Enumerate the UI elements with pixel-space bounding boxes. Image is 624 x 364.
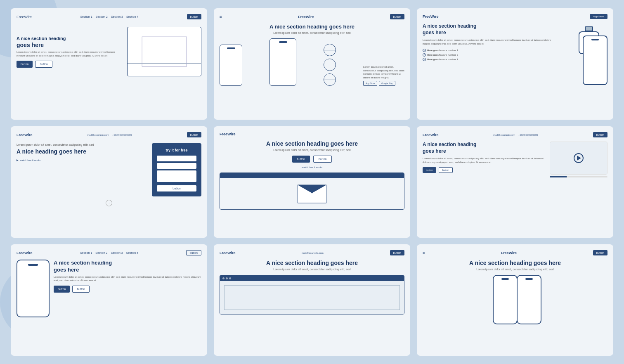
card9-phone-back-notch <box>501 278 509 280</box>
card1-hero-text: A nice section heading goes here Lorem i… <box>17 35 123 68</box>
card9-nav-button[interactable]: button <box>593 250 607 255</box>
card8-dot-3 <box>229 277 231 279</box>
card5-subtitle: Lorem ipsum dolor sit amet, consectetur … <box>220 149 404 151</box>
card1-navbar: FreeWire Section 1 Section 2 Section 3 S… <box>17 14 201 19</box>
card4-form-select[interactable] <box>157 163 196 169</box>
card7-body: Lorem ipsum dolor sit amet, consectetur … <box>54 275 201 282</box>
card8-heading: A nice section heading goes here <box>220 260 404 266</box>
card6-progress-bar <box>550 176 607 177</box>
card2-notch-center <box>279 41 287 43</box>
card1-hero: A nice section heading goes here Lorem i… <box>17 27 201 76</box>
card2-side-text: Lorem ipsum dolor sit amet, consectetur … <box>363 65 404 86</box>
card6-email: mail@example.com <box>493 134 515 136</box>
card9-phone-front <box>517 275 541 324</box>
card8-subtitle: Lorem ipsum dolor sit amet, consectetur … <box>220 268 404 271</box>
card2-phones: Lorem ipsum dolor sit amet, consectetur … <box>220 38 404 86</box>
card1-screen-line <box>128 64 201 76</box>
card7-nav-button[interactable]: button <box>186 250 201 255</box>
card-try-free: FreeWire mail@example.com +00(0)00000000… <box>11 126 207 238</box>
card3-text-side: A nice section headinggoes here Lorem ip… <box>423 23 554 89</box>
card6-contact: mail@example.com +00(0)000000000 <box>493 134 538 136</box>
card5-logo: FreeWire <box>220 132 235 136</box>
card2-hamburger-icon: ≡ <box>220 14 222 19</box>
card5-content: A nice section heading goes here Lorem i… <box>220 140 404 210</box>
card2-content: A nice section heading goes here Lorem i… <box>220 24 404 34</box>
card6-progress-fill <box>550 176 567 177</box>
card7-heading: A nice section headinggoes here <box>54 260 201 274</box>
card5-browser-bar <box>220 173 404 178</box>
card9-content: A nice section heading goes here Lorem i… <box>423 260 607 324</box>
card8-browser-bar <box>220 275 404 281</box>
card8-logo: FreeWire <box>220 251 235 255</box>
card7-btn-group: button button <box>54 286 201 293</box>
card1-body: Lorem ipsum dolor sit amet, consectetur … <box>17 50 123 57</box>
card1-nav-button[interactable]: button <box>187 14 201 19</box>
card-cta-browser: FreeWire A nice section heading goes her… <box>214 126 410 238</box>
card7-btn-outline[interactable]: button <box>72 286 89 293</box>
card6-play-icon <box>577 156 581 161</box>
card1-nav-4: Section 4 <box>126 15 138 18</box>
card2-circle-3 <box>324 73 336 86</box>
card4-form-textarea[interactable] <box>157 170 196 182</box>
card4-form-name[interactable] <box>157 156 196 161</box>
card3-heading: A nice section headinggoes here <box>423 23 554 36</box>
card3-device-side <box>558 23 607 89</box>
card5-browser-content <box>220 178 404 210</box>
card1-nav-links: Section 1 Section 2 Section 3 Section 4 <box>80 15 138 18</box>
card2-navbar: ≡ FreeWire button <box>220 14 404 19</box>
card5-watch-link[interactable]: watch how it works <box>220 166 404 168</box>
card4-content: Lorem ipsum dolor sit amet, consectetur … <box>17 143 201 196</box>
card4-nav-button[interactable]: button <box>187 132 201 137</box>
card3-features: ✓Here goes feature number 1 ✓Here goes f… <box>423 49 554 61</box>
card2-app-store-badge[interactable]: App Store <box>363 81 377 86</box>
card-mobile-hero: ≡ FreeWire button A nice section heading… <box>214 8 410 120</box>
card6-video-player[interactable] <box>550 142 607 175</box>
card5-env-body <box>298 185 326 203</box>
card4-email: mail@example.com <box>87 134 109 136</box>
card5-btn-outline[interactable]: button <box>313 156 332 163</box>
card2-nav-button[interactable]: button <box>390 14 404 19</box>
card7-nav-links: Section 1 Section 2 Section 3 Section 4 <box>80 251 138 254</box>
card1-btn-primary[interactable]: button <box>17 61 33 68</box>
card-watch-hero: FreeWire App Store A nice section headin… <box>417 8 613 120</box>
card9-phone-back <box>493 275 518 324</box>
card3-phone-mock <box>583 35 607 85</box>
card5-btn-primary[interactable]: button <box>292 156 310 163</box>
card7-btn-primary[interactable]: button <box>54 286 70 293</box>
card8-nav-button[interactable]: button <box>390 250 404 255</box>
card1-logo: FreeWire <box>17 15 32 19</box>
card4-phone: +00(0)000000000 <box>112 134 132 136</box>
card6-btn-group: button button <box>423 167 545 173</box>
card4-form-box: try it for free button <box>152 143 201 196</box>
card1-btn-outline[interactable]: button <box>35 61 52 68</box>
card1-nav-1: Section 1 <box>80 15 92 18</box>
card3-feature-1: ✓Here goes feature number 1 <box>423 49 554 52</box>
card2-phone-left <box>220 45 242 86</box>
card6-phone: +00(0)000000000 <box>518 134 538 136</box>
card7-content: A nice section headinggoes here Lorem ip… <box>17 260 201 317</box>
card9-logo: FreeWire <box>501 251 517 255</box>
card4-scroll-icon: ↓ <box>106 200 112 206</box>
card6-heading: A nice section headinggoes here <box>423 142 545 154</box>
card3-navbar: FreeWire App Store <box>423 14 607 19</box>
card6-desc: Lorem ipsum dolor sit amet, consectetur … <box>423 157 545 164</box>
card4-watch-label: watch how it works <box>20 159 40 161</box>
card6-play-button[interactable] <box>574 153 584 163</box>
card6-btn-primary[interactable]: button <box>423 167 436 173</box>
card5-heading: A nice section heading goes here <box>220 140 404 147</box>
card3-app-button[interactable]: App Store <box>590 14 607 19</box>
card9-menu-icon: ≡ <box>423 251 425 255</box>
card8-contact: mail@example.com <box>302 252 324 254</box>
card7-nav-3: Section 3 <box>111 251 123 254</box>
card4-form-submit[interactable]: button <box>157 185 196 191</box>
card4-navbar: FreeWire mail@example.com +00(0)00000000… <box>17 132 201 137</box>
card1-heading: A nice section heading goes here <box>17 35 123 49</box>
card4-watch-link[interactable]: ▶ watch how it works <box>17 158 145 161</box>
card6-nav-button[interactable]: button <box>593 132 607 137</box>
card2-google-play-badge[interactable]: Google Play <box>379 81 395 86</box>
card4-logo: FreeWire <box>17 133 32 137</box>
card9-phones <box>423 275 607 324</box>
card6-btn-outline[interactable]: button <box>439 167 453 173</box>
card5-env-flap-right <box>312 185 326 194</box>
card-video-section: FreeWire mail@example.com +00(0)00000000… <box>417 126 613 238</box>
